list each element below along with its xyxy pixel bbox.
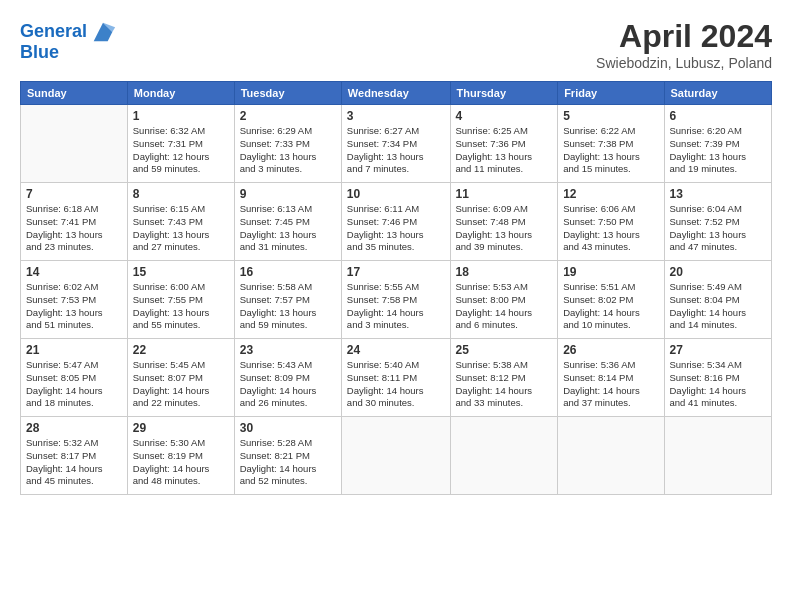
day-info: Sunrise: 5:34 AMSunset: 8:16 PMDaylight:… <box>670 359 767 410</box>
calendar-cell-w3-d2: 15Sunrise: 6:00 AMSunset: 7:55 PMDayligh… <box>127 261 234 339</box>
day-info: Sunrise: 5:49 AMSunset: 8:04 PMDaylight:… <box>670 281 767 332</box>
calendar-cell-w4-d5: 25Sunrise: 5:38 AMSunset: 8:12 PMDayligh… <box>450 339 558 417</box>
day-info: Sunrise: 5:51 AMSunset: 8:02 PMDaylight:… <box>563 281 658 332</box>
day-info: Sunrise: 5:36 AMSunset: 8:14 PMDaylight:… <box>563 359 658 410</box>
calendar-cell-w4-d1: 21Sunrise: 5:47 AMSunset: 8:05 PMDayligh… <box>21 339 128 417</box>
day-number: 27 <box>670 343 767 357</box>
day-info: Sunrise: 5:45 AMSunset: 8:07 PMDaylight:… <box>133 359 229 410</box>
logo: General Blue <box>20 18 117 63</box>
day-info: Sunrise: 6:02 AMSunset: 7:53 PMDaylight:… <box>26 281 122 332</box>
calendar-cell-w1-d1 <box>21 105 128 183</box>
day-number: 17 <box>347 265 445 279</box>
calendar-cell-w1-d5: 4Sunrise: 6:25 AMSunset: 7:36 PMDaylight… <box>450 105 558 183</box>
location-subtitle: Swiebodzin, Lubusz, Poland <box>596 55 772 71</box>
day-number: 25 <box>456 343 553 357</box>
day-info: Sunrise: 5:53 AMSunset: 8:00 PMDaylight:… <box>456 281 553 332</box>
calendar-cell-w4-d4: 24Sunrise: 5:40 AMSunset: 8:11 PMDayligh… <box>341 339 450 417</box>
col-sunday: Sunday <box>21 82 128 105</box>
calendar-week-3: 14Sunrise: 6:02 AMSunset: 7:53 PMDayligh… <box>21 261 772 339</box>
day-info: Sunrise: 6:25 AMSunset: 7:36 PMDaylight:… <box>456 125 553 176</box>
day-number: 22 <box>133 343 229 357</box>
calendar-cell-w3-d6: 19Sunrise: 5:51 AMSunset: 8:02 PMDayligh… <box>558 261 664 339</box>
calendar-cell-w2-d5: 11Sunrise: 6:09 AMSunset: 7:48 PMDayligh… <box>450 183 558 261</box>
calendar-cell-w2-d6: 12Sunrise: 6:06 AMSunset: 7:50 PMDayligh… <box>558 183 664 261</box>
calendar-cell-w5-d7 <box>664 417 772 495</box>
day-info: Sunrise: 5:40 AMSunset: 8:11 PMDaylight:… <box>347 359 445 410</box>
day-number: 3 <box>347 109 445 123</box>
day-info: Sunrise: 6:22 AMSunset: 7:38 PMDaylight:… <box>563 125 658 176</box>
calendar-cell-w5-d3: 30Sunrise: 5:28 AMSunset: 8:21 PMDayligh… <box>234 417 341 495</box>
day-info: Sunrise: 6:15 AMSunset: 7:43 PMDaylight:… <box>133 203 229 254</box>
col-thursday: Thursday <box>450 82 558 105</box>
day-number: 24 <box>347 343 445 357</box>
title-block: April 2024 Swiebodzin, Lubusz, Poland <box>596 18 772 71</box>
day-number: 21 <box>26 343 122 357</box>
day-info: Sunrise: 6:06 AMSunset: 7:50 PMDaylight:… <box>563 203 658 254</box>
calendar-cell-w3-d3: 16Sunrise: 5:58 AMSunset: 7:57 PMDayligh… <box>234 261 341 339</box>
day-number: 28 <box>26 421 122 435</box>
day-number: 8 <box>133 187 229 201</box>
calendar-cell-w3-d5: 18Sunrise: 5:53 AMSunset: 8:00 PMDayligh… <box>450 261 558 339</box>
month-title: April 2024 <box>596 18 772 55</box>
day-number: 19 <box>563 265 658 279</box>
calendar-cell-w1-d4: 3Sunrise: 6:27 AMSunset: 7:34 PMDaylight… <box>341 105 450 183</box>
calendar-header-row: Sunday Monday Tuesday Wednesday Thursday… <box>21 82 772 105</box>
day-info: Sunrise: 6:27 AMSunset: 7:34 PMDaylight:… <box>347 125 445 176</box>
day-info: Sunrise: 5:28 AMSunset: 8:21 PMDaylight:… <box>240 437 336 488</box>
day-number: 26 <box>563 343 658 357</box>
col-tuesday: Tuesday <box>234 82 341 105</box>
day-number: 6 <box>670 109 767 123</box>
calendar-cell-w1-d7: 6Sunrise: 6:20 AMSunset: 7:39 PMDaylight… <box>664 105 772 183</box>
calendar-cell-w5-d5 <box>450 417 558 495</box>
calendar-cell-w4-d6: 26Sunrise: 5:36 AMSunset: 8:14 PMDayligh… <box>558 339 664 417</box>
day-info: Sunrise: 5:58 AMSunset: 7:57 PMDaylight:… <box>240 281 336 332</box>
day-info: Sunrise: 6:18 AMSunset: 7:41 PMDaylight:… <box>26 203 122 254</box>
calendar-cell-w1-d3: 2Sunrise: 6:29 AMSunset: 7:33 PMDaylight… <box>234 105 341 183</box>
calendar-cell-w5-d6 <box>558 417 664 495</box>
day-number: 16 <box>240 265 336 279</box>
day-number: 23 <box>240 343 336 357</box>
calendar-cell-w2-d4: 10Sunrise: 6:11 AMSunset: 7:46 PMDayligh… <box>341 183 450 261</box>
day-number: 18 <box>456 265 553 279</box>
calendar-cell-w5-d4 <box>341 417 450 495</box>
col-saturday: Saturday <box>664 82 772 105</box>
day-info: Sunrise: 5:55 AMSunset: 7:58 PMDaylight:… <box>347 281 445 332</box>
day-number: 10 <box>347 187 445 201</box>
day-number: 14 <box>26 265 122 279</box>
day-info: Sunrise: 6:11 AMSunset: 7:46 PMDaylight:… <box>347 203 445 254</box>
calendar-cell-w3-d7: 20Sunrise: 5:49 AMSunset: 8:04 PMDayligh… <box>664 261 772 339</box>
calendar-cell-w2-d3: 9Sunrise: 6:13 AMSunset: 7:45 PMDaylight… <box>234 183 341 261</box>
day-number: 12 <box>563 187 658 201</box>
day-number: 11 <box>456 187 553 201</box>
page: General Blue April 2024 Swiebodzin, Lubu… <box>0 0 792 505</box>
day-number: 13 <box>670 187 767 201</box>
calendar-cell-w4-d3: 23Sunrise: 5:43 AMSunset: 8:09 PMDayligh… <box>234 339 341 417</box>
day-number: 29 <box>133 421 229 435</box>
day-info: Sunrise: 6:20 AMSunset: 7:39 PMDaylight:… <box>670 125 767 176</box>
day-info: Sunrise: 5:30 AMSunset: 8:19 PMDaylight:… <box>133 437 229 488</box>
day-number: 30 <box>240 421 336 435</box>
day-info: Sunrise: 5:38 AMSunset: 8:12 PMDaylight:… <box>456 359 553 410</box>
calendar-cell-w5-d2: 29Sunrise: 5:30 AMSunset: 8:19 PMDayligh… <box>127 417 234 495</box>
day-number: 1 <box>133 109 229 123</box>
col-monday: Monday <box>127 82 234 105</box>
col-wednesday: Wednesday <box>341 82 450 105</box>
day-info: Sunrise: 6:04 AMSunset: 7:52 PMDaylight:… <box>670 203 767 254</box>
calendar-cell-w2-d2: 8Sunrise: 6:15 AMSunset: 7:43 PMDaylight… <box>127 183 234 261</box>
day-number: 2 <box>240 109 336 123</box>
day-info: Sunrise: 6:09 AMSunset: 7:48 PMDaylight:… <box>456 203 553 254</box>
calendar-cell-w5-d1: 28Sunrise: 5:32 AMSunset: 8:17 PMDayligh… <box>21 417 128 495</box>
calendar-week-5: 28Sunrise: 5:32 AMSunset: 8:17 PMDayligh… <box>21 417 772 495</box>
day-info: Sunrise: 6:13 AMSunset: 7:45 PMDaylight:… <box>240 203 336 254</box>
logo-icon <box>89 18 117 46</box>
day-number: 5 <box>563 109 658 123</box>
calendar-cell-w1-d2: 1Sunrise: 6:32 AMSunset: 7:31 PMDaylight… <box>127 105 234 183</box>
col-friday: Friday <box>558 82 664 105</box>
calendar-cell-w4-d7: 27Sunrise: 5:34 AMSunset: 8:16 PMDayligh… <box>664 339 772 417</box>
logo-text: General <box>20 22 87 42</box>
day-info: Sunrise: 5:43 AMSunset: 8:09 PMDaylight:… <box>240 359 336 410</box>
calendar-cell-w3-d1: 14Sunrise: 6:02 AMSunset: 7:53 PMDayligh… <box>21 261 128 339</box>
calendar-cell-w2-d7: 13Sunrise: 6:04 AMSunset: 7:52 PMDayligh… <box>664 183 772 261</box>
calendar-cell-w3-d4: 17Sunrise: 5:55 AMSunset: 7:58 PMDayligh… <box>341 261 450 339</box>
calendar-week-4: 21Sunrise: 5:47 AMSunset: 8:05 PMDayligh… <box>21 339 772 417</box>
